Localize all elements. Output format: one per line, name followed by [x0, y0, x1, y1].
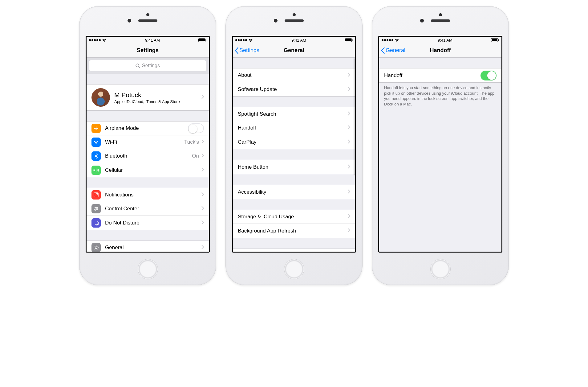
svg-line-4 — [139, 67, 140, 68]
gear-icon — [91, 243, 101, 252]
wifi-icon — [102, 39, 107, 42]
svg-rect-2 — [205, 39, 206, 41]
search-input[interactable]: Settings — [89, 60, 206, 71]
chevron-right-icon — [348, 189, 350, 195]
carplay-label: CarPlay — [238, 139, 348, 145]
back-label: General — [386, 47, 405, 54]
wifi-icon — [248, 39, 253, 42]
chevron-right-icon — [201, 206, 204, 212]
row-software-update[interactable]: Software Update — [233, 82, 355, 96]
control-center-icon — [91, 204, 101, 213]
row-control-center[interactable]: Control Center — [87, 202, 209, 216]
chevron-right-icon — [348, 139, 350, 145]
airplane-toggle[interactable] — [188, 123, 204, 133]
screen-settings: 9:41 AM Settings Settings — [86, 36, 210, 253]
chevron-right-icon — [201, 153, 204, 159]
chevron-right-icon — [201, 220, 204, 226]
back-button[interactable]: Settings — [235, 43, 259, 57]
row-accessibility[interactable]: Accessibility — [233, 185, 355, 199]
background-refresh-label: Background App Refresh — [238, 228, 348, 234]
search-placeholder: Settings — [142, 63, 160, 68]
status-bar: 9:41 AM — [379, 37, 501, 43]
row-notifications[interactable]: Notifications — [87, 188, 209, 202]
profile-sub: Apple ID, iCloud, iTunes & App Store — [114, 99, 201, 104]
cellular-icon — [91, 166, 101, 175]
device-settings: 9:41 AM Settings Settings — [79, 6, 216, 285]
svg-rect-15 — [352, 39, 352, 41]
row-cellular[interactable]: Cellular — [87, 163, 209, 177]
svg-point-7 — [95, 207, 96, 208]
storage-label: Storage & iCloud Usage — [238, 214, 348, 220]
device-handoff: 9:41 AM General Handoff Handoff Handoff … — [372, 6, 509, 285]
chevron-right-icon — [201, 94, 204, 101]
status-time: 9:41 AM — [291, 38, 306, 43]
row-general[interactable]: General — [87, 241, 209, 252]
row-spotlight[interactable]: Spotlight Search — [233, 107, 355, 121]
svg-point-6 — [96, 193, 98, 195]
row-handoff-toggle[interactable]: Handoff — [379, 68, 501, 82]
back-button[interactable]: General — [381, 43, 405, 57]
row-do-not-disturb[interactable]: Do Not Disturb — [87, 216, 209, 230]
handoff-row-label: Handoff — [384, 72, 481, 79]
row-background-refresh[interactable]: Background App Refresh — [233, 224, 355, 238]
status-time: 9:41 AM — [145, 38, 160, 43]
screen-general: 9:41 AM Settings General About Software … — [232, 36, 356, 253]
search-icon — [136, 64, 140, 68]
page-title: General — [284, 47, 304, 54]
battery-icon — [491, 38, 499, 42]
row-bluetooth[interactable]: Bluetooth On — [87, 149, 209, 163]
control-center-label: Control Center — [105, 206, 201, 212]
signal-dots-icon — [235, 39, 247, 41]
cellular-label: Cellular — [105, 167, 201, 173]
spotlight-label: Spotlight Search — [238, 111, 348, 117]
home-button-label: Home Button — [238, 164, 348, 170]
general-content[interactable]: About Software Update Spotlight Search H… — [233, 58, 355, 252]
profile-name: M Potuck — [114, 91, 201, 99]
row-restrictions[interactable]: Restrictions Off — [233, 249, 355, 252]
airplane-label: Airplane Mode — [105, 125, 188, 131]
handoff-toggle[interactable] — [481, 71, 497, 80]
row-storage[interactable]: Storage & iCloud Usage — [233, 210, 355, 224]
chevron-right-icon — [201, 192, 204, 198]
chevron-right-icon — [201, 167, 204, 173]
chevron-right-icon — [348, 111, 350, 117]
wifi-label: Wi-Fi — [105, 139, 184, 145]
row-wifi[interactable]: Wi-Fi Tuck's — [87, 135, 209, 149]
signal-dots-icon — [89, 39, 101, 41]
battery-icon — [345, 38, 353, 42]
software-update-label: Software Update — [238, 86, 348, 93]
row-about[interactable]: About — [233, 68, 355, 82]
signal-dots-icon — [382, 39, 393, 41]
settings-content[interactable]: Settings M Potuck Apple ID, iCloud, iTun… — [87, 58, 209, 252]
chevron-left-icon — [235, 47, 239, 54]
avatar — [91, 88, 110, 107]
battery-icon — [198, 38, 206, 42]
svg-point-8 — [96, 207, 98, 208]
chevron-right-icon — [348, 228, 350, 234]
nav-bar: Settings — [87, 43, 209, 58]
handoff-content[interactable]: Handoff Handoff lets you start something… — [379, 58, 501, 252]
bluetooth-icon — [91, 151, 101, 161]
row-airplane-mode[interactable]: Airplane Mode — [87, 121, 209, 135]
nav-bar: General Handoff — [379, 43, 501, 58]
moon-icon — [91, 218, 101, 228]
row-home-button[interactable]: Home Button — [233, 160, 355, 174]
device-general: 9:41 AM Settings General About Software … — [225, 6, 363, 285]
row-carplay[interactable]: CarPlay — [233, 135, 355, 149]
chevron-right-icon — [348, 72, 350, 78]
svg-rect-17 — [492, 39, 497, 41]
bluetooth-value: On — [192, 153, 199, 159]
chevron-right-icon — [201, 245, 204, 251]
row-handoff[interactable]: Handoff — [233, 121, 355, 135]
profile-row[interactable]: M Potuck Apple ID, iCloud, iTunes & App … — [87, 84, 209, 110]
wifi-icon — [395, 39, 399, 42]
page-title: Handoff — [430, 47, 451, 54]
status-time: 9:41 AM — [438, 38, 452, 43]
chevron-right-icon — [348, 125, 350, 131]
airplane-icon — [91, 124, 101, 133]
svg-rect-18 — [498, 39, 499, 41]
handoff-description: Handoff lets you start something on one … — [379, 83, 501, 109]
chevron-right-icon — [348, 86, 350, 93]
chevron-left-icon — [381, 47, 385, 54]
svg-rect-14 — [345, 39, 351, 41]
